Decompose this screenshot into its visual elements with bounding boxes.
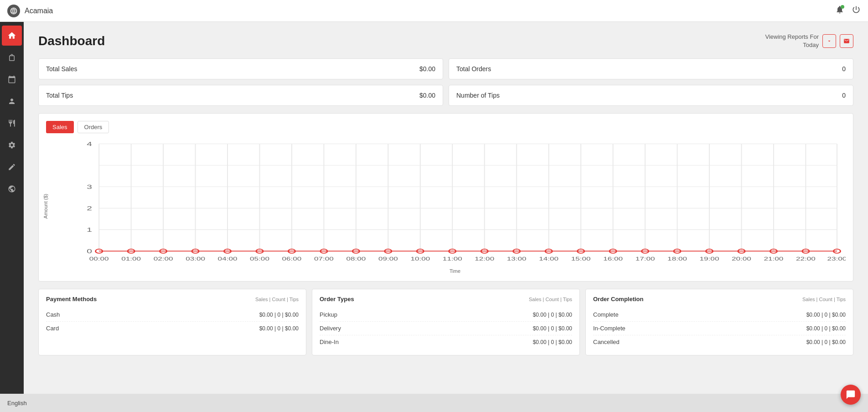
svg-text:0: 0 [87, 248, 92, 255]
order-completion-title: Order Completion [593, 296, 644, 302]
completion-cancelled-value: $0.00 | 0 | $0.00 [806, 339, 846, 345]
chart-wrapper: Amount ($) [46, 139, 846, 274]
page-title: Dashboard [38, 34, 105, 48]
viewing-reports-period: Today [765, 41, 819, 49]
number-of-tips-card: Number of Tips 0 [449, 85, 853, 106]
table-row: Dine-In $0.00 | 0 | $0.00 [320, 335, 572, 349]
table-row: Delivery $0.00 | 0 | $0.00 [320, 322, 572, 335]
svg-text:21:00: 21:00 [764, 256, 784, 261]
payment-methods-card: Payment Methods Sales | Count | Tips Cas… [38, 289, 306, 355]
svg-text:08:00: 08:00 [346, 256, 366, 261]
content-area: Dashboard Viewing Reports For Today Tota… [24, 22, 868, 394]
chat-button[interactable] [841, 385, 861, 405]
topbar: Acamaia [0, 0, 868, 22]
total-tips-label: Total Tips [46, 92, 73, 99]
payment-methods-subtitle: Sales | Count | Tips [255, 297, 299, 302]
chart-section: Sales Orders Amount ($) [38, 113, 853, 282]
sidebar-item-bag[interactable] [2, 47, 22, 68]
svg-text:2: 2 [87, 205, 92, 212]
sidebar-item-home[interactable] [2, 26, 22, 46]
svg-text:19:00: 19:00 [700, 256, 719, 261]
order-types-header: Order Types Sales | Count | Tips [320, 296, 572, 302]
svg-text:09:00: 09:00 [378, 256, 398, 261]
viewing-reports-label: Viewing Reports For [765, 33, 819, 41]
table-row: Cancelled $0.00 | 0 | $0.00 [593, 335, 846, 349]
completion-incomplete-label: In-Complete [593, 325, 625, 332]
viewing-reports: Viewing Reports For Today [765, 33, 853, 49]
sidebar-item-edit[interactable] [2, 157, 22, 177]
power-icon[interactable] [852, 5, 861, 16]
svg-text:13:00: 13:00 [507, 256, 527, 261]
sidebar [0, 22, 24, 394]
header-row: Dashboard Viewing Reports For Today [38, 33, 853, 49]
svg-text:01:00: 01:00 [121, 256, 141, 261]
order-dinein-value: $0.00 | 0 | $0.00 [533, 339, 572, 345]
svg-text:22:00: 22:00 [796, 256, 816, 261]
svg-text:12:00: 12:00 [475, 256, 494, 261]
svg-text:10:00: 10:00 [410, 256, 430, 261]
tab-sales[interactable]: Sales [46, 121, 74, 133]
x-axis-label: Time [64, 268, 846, 274]
email-report-button[interactable] [840, 34, 853, 48]
order-completion-header: Order Completion Sales | Count | Tips [593, 296, 846, 302]
payment-cash-value: $0.00 | 0 | $0.00 [259, 312, 299, 318]
main-layout: Dashboard Viewing Reports For Today Tota… [0, 22, 868, 394]
total-sales-label: Total Sales [46, 65, 77, 73]
svg-text:4: 4 [87, 141, 92, 147]
completion-incomplete-value: $0.00 | 0 | $0.00 [806, 325, 846, 332]
order-types-title: Order Types [320, 296, 354, 302]
sidebar-item-settings[interactable] [2, 135, 22, 155]
svg-text:00:00: 00:00 [89, 256, 109, 261]
y-axis-label: Amount ($) [43, 194, 48, 219]
sidebar-item-user[interactable] [2, 91, 22, 111]
svg-text:06:00: 06:00 [282, 256, 302, 261]
language-label: English [7, 400, 27, 407]
payment-card-value: $0.00 | 0 | $0.00 [259, 325, 299, 332]
total-orders-value: 0 [842, 65, 846, 73]
completion-complete-value: $0.00 | 0 | $0.00 [806, 312, 846, 318]
tab-orders[interactable]: Orders [78, 121, 109, 133]
payment-cash-label: Cash [46, 311, 60, 318]
svg-text:20:00: 20:00 [732, 256, 751, 261]
svg-text:23:00: 23:00 [827, 256, 846, 261]
language-bar[interactable]: English [0, 394, 868, 412]
total-orders-card: Total Orders 0 [449, 58, 853, 79]
total-sales-value: $0.00 [419, 65, 435, 73]
sidebar-item-globe[interactable] [2, 179, 22, 199]
date-dropdown-button[interactable] [822, 34, 836, 48]
table-row: Pickup $0.00 | 0 | $0.00 [320, 308, 572, 322]
number-of-tips-label: Number of Tips [456, 92, 500, 99]
svg-text:07:00: 07:00 [314, 256, 334, 261]
order-completion-card: Order Completion Sales | Count | Tips Co… [585, 289, 853, 355]
svg-text:3: 3 [87, 184, 92, 190]
svg-text:04:00: 04:00 [218, 256, 238, 261]
order-completion-subtitle: Sales | Count | Tips [802, 297, 846, 302]
order-pickup-value: $0.00 | 0 | $0.00 [533, 312, 572, 318]
tables-grid: Payment Methods Sales | Count | Tips Cas… [38, 289, 853, 355]
notification-dot [841, 5, 844, 9]
table-row: In-Complete $0.00 | 0 | $0.00 [593, 322, 846, 335]
svg-text:14:00: 14:00 [539, 256, 558, 261]
order-types-subtitle: Sales | Count | Tips [529, 297, 572, 302]
chart-svg: 4 3 2 1 0 [64, 139, 846, 266]
chart-container: 4 3 2 1 0 [64, 139, 846, 266]
svg-text:03:00: 03:00 [186, 256, 205, 261]
table-row: Card $0.00 | 0 | $0.00 [46, 322, 299, 335]
table-row: Complete $0.00 | 0 | $0.00 [593, 308, 846, 322]
table-row: Cash $0.00 | 0 | $0.00 [46, 308, 299, 322]
notification-icon[interactable] [835, 5, 844, 16]
sidebar-item-calendar[interactable] [2, 69, 22, 89]
payment-methods-title: Payment Methods [46, 296, 97, 302]
svg-text:18:00: 18:00 [667, 256, 687, 261]
order-delivery-label: Delivery [320, 325, 341, 332]
order-pickup-label: Pickup [320, 311, 337, 318]
completion-cancelled-label: Cancelled [593, 339, 620, 345]
payment-card-label: Card [46, 325, 59, 332]
svg-text:02:00: 02:00 [154, 256, 173, 261]
stats-grid: Total Sales $0.00 Total Orders 0 Total T… [38, 58, 853, 106]
chart-tabs: Sales Orders [46, 121, 846, 133]
number-of-tips-value: 0 [842, 92, 846, 99]
total-tips-value: $0.00 [419, 92, 435, 99]
topbar-right [835, 5, 861, 16]
sidebar-item-restaurant[interactable] [2, 113, 22, 133]
